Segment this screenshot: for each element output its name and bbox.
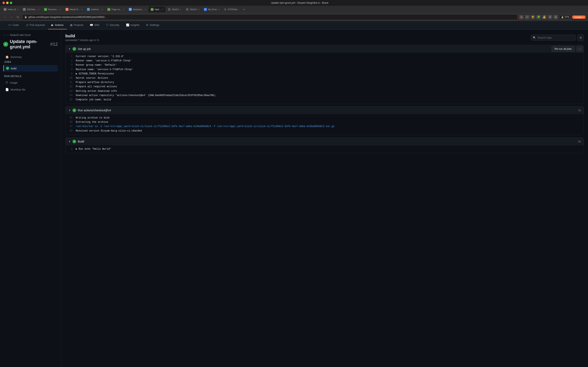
vpn-badge[interactable]: 🔒 VPN bbox=[559, 15, 571, 19]
tab-close-akash[interactable]: × bbox=[81, 8, 82, 11]
tab-slickci2[interactable]: S SlickCI × bbox=[184, 7, 201, 12]
sidebar: ← ← NodeJS with Grunt ✓ Update npm-grunt… bbox=[0, 30, 61, 367]
line-number: 20 bbox=[66, 76, 76, 80]
window-title: Update npm-grunt.yml - Divyam-Garg/slick… bbox=[14, 1, 586, 4]
tab-favicon-inbox: ✉ bbox=[4, 8, 7, 11]
tab-insights-label: Insights bbox=[130, 24, 140, 26]
tab-code[interactable]: <> Code bbox=[5, 21, 22, 29]
download-icon[interactable]: ⬇ bbox=[548, 15, 552, 19]
log-line: 5 ▶ GITHUB_TOKEN Permissions bbox=[66, 72, 584, 76]
brave-icon[interactable]: 🦁 bbox=[531, 15, 535, 19]
tab-update[interactable]: 🐙 Upd... × bbox=[149, 7, 165, 12]
tab-close-slickci2[interactable]: × bbox=[198, 8, 199, 11]
tab-close-runners[interactable]: × bbox=[60, 8, 61, 11]
fullscreen-traffic-light[interactable] bbox=[10, 2, 12, 4]
sidebar-build-job[interactable]: ✓ build bbox=[3, 65, 58, 72]
tab-favicon-pageno: 🐙 bbox=[107, 8, 110, 11]
log-section-header-setup[interactable]: ▼ ✓ Set up job 1s bbox=[66, 45, 584, 53]
forward-button[interactable]: › bbox=[9, 15, 14, 20]
pr-icon: ⎇ bbox=[25, 24, 28, 26]
log-line: 4 Machine name: 'service-1-f7d8fc9-72vnp… bbox=[66, 67, 584, 72]
log-line: 1 ▶ Run echo "Hello World" bbox=[66, 147, 584, 151]
usage-label: Usage bbox=[10, 81, 17, 84]
tab-actions[interactable]: ▶ Actions bbox=[48, 21, 67, 29]
tab-ethglob1[interactable]: E EthGlob... × bbox=[21, 7, 42, 12]
tab-favicon-ethglob2: E bbox=[224, 8, 227, 11]
tab-close-inbox[interactable]: × bbox=[17, 8, 18, 11]
tab-pull-requests[interactable]: ⎇ Pull requests bbox=[22, 21, 48, 29]
tab-favicon-slickci2: S bbox=[186, 8, 189, 11]
step-name-checkout: Run actions/checkout@v4 bbox=[78, 109, 111, 112]
log-lines-build: 1 ▶ Run echo "Hello World" bbox=[66, 145, 584, 153]
tab-runners[interactable]: 🐙 Runners... × bbox=[42, 7, 63, 12]
extensions-icon[interactable]: 🧩 bbox=[536, 15, 541, 19]
menu-icon[interactable]: ☰ bbox=[553, 15, 558, 19]
shield-icon[interactable]: 🛡 bbox=[525, 15, 529, 19]
line-number: 1 bbox=[66, 147, 76, 151]
tab-inbox[interactable]: ✉ Inbox (3 × bbox=[2, 7, 20, 12]
tab-close-slickci1[interactable]: × bbox=[180, 8, 181, 11]
repo-nav-tabs: <> Code ⎇ Pull requests ▶ Actions ▦ Proj… bbox=[5, 21, 583, 29]
tab-settings-label: Settings bbox=[150, 24, 159, 26]
tab-insights[interactable]: 📈 Insights bbox=[123, 21, 143, 29]
tab-slickci1[interactable]: S SlickCI × bbox=[166, 7, 183, 12]
tab-code-label: Code bbox=[12, 24, 19, 26]
tab-deploym[interactable]: D Deploym... × bbox=[127, 7, 148, 12]
sidebar-item-usage[interactable]: ⏱ Usage bbox=[3, 79, 58, 86]
build-header-info: build succeeded 7 minutes ago in 7s bbox=[65, 34, 99, 42]
log-section-header-checkout[interactable]: ▼ ✓ Run actions/checkout@v4 1s bbox=[66, 106, 584, 114]
url-bar[interactable]: 🔒 github.com/Divyam-Garg/slick-ci/action… bbox=[22, 14, 518, 20]
line-content: Extracting the archive bbox=[76, 120, 584, 124]
tab-wiki[interactable]: 📖 Wiki bbox=[86, 21, 103, 29]
bookmark-icon[interactable]: 🔖 bbox=[519, 15, 524, 19]
main-content: ← ← NodeJS with Grunt ✓ Update npm-grunt… bbox=[0, 30, 588, 367]
line-number: 1 bbox=[66, 55, 76, 58]
log-line: 28 Resolved version Divyam-Garg-slick-ci… bbox=[66, 129, 584, 133]
tab-wiki-label: Wiki bbox=[94, 24, 99, 26]
tab-mydrive[interactable]: D My Drive × bbox=[202, 7, 222, 12]
line-content: Runner name: 'service-1-f7d8fc9-72vnp' bbox=[76, 59, 584, 63]
line-number: 3 bbox=[66, 63, 76, 67]
tab-close-mydrive[interactable]: × bbox=[218, 8, 219, 11]
log-line: 25 Writing archive to disk bbox=[66, 116, 584, 120]
refresh-button[interactable]: ↻ bbox=[16, 15, 20, 20]
search-logs-input[interactable] bbox=[531, 35, 576, 41]
back-label: ← NodeJS with Grunt bbox=[7, 34, 31, 36]
tab-ethglob2[interactable]: E ETHGlob... bbox=[222, 7, 241, 12]
tab-akash[interactable]: A Akash N... × bbox=[63, 7, 85, 12]
minimize-traffic-light[interactable] bbox=[6, 2, 9, 4]
url-text: github.com/Divyam-Garg/slick-ci/actions/… bbox=[28, 16, 107, 18]
tab-close-retrieve[interactable]: × bbox=[102, 8, 103, 11]
tab-close-ethglob1[interactable]: × bbox=[38, 8, 39, 11]
workflow-run-number: #12 bbox=[50, 42, 58, 47]
back-button[interactable]: ‹ bbox=[2, 15, 7, 20]
tab-favicon-slickci1: S bbox=[168, 8, 171, 11]
log-settings-button[interactable]: ⚙ bbox=[577, 34, 584, 41]
log-line: 3 Runner group name: 'Default' bbox=[66, 63, 584, 67]
address-bar: ‹ › ↻ 🔒 github.com/Divyam-Garg/slick-ci/… bbox=[0, 13, 588, 21]
line-content: Runner group name: 'Default' bbox=[76, 63, 584, 67]
tab-settings[interactable]: ⚙ Settings bbox=[143, 21, 163, 29]
workflow-file-label: Workflow file bbox=[10, 88, 25, 91]
tab-label-runners: Runners... bbox=[48, 8, 59, 11]
tab-close-update[interactable]: × bbox=[162, 8, 163, 11]
log-section-header-build[interactable]: ▼ ✓ Build 0s bbox=[66, 138, 584, 145]
new-tab-button[interactable]: + bbox=[242, 7, 246, 12]
tab-security[interactable]: 🛡 Security bbox=[103, 21, 123, 29]
close-traffic-light[interactable] bbox=[2, 2, 5, 4]
log-line: 25 Complete job name: build bbox=[66, 98, 584, 102]
sidebar-item-workflow-file[interactable]: 📄 Workflow file bbox=[3, 86, 58, 93]
back-link[interactable]: ← ← NodeJS with Grunt bbox=[3, 34, 58, 36]
update-badge[interactable]: Update ≡ bbox=[572, 16, 586, 19]
tab-label-slickci2: SlickCI bbox=[190, 8, 197, 11]
tab-close-deploym[interactable]: × bbox=[145, 8, 146, 11]
tab-pageno[interactable]: 🐙 Page no... × bbox=[105, 7, 126, 12]
tab-projects[interactable]: ▦ Projects bbox=[67, 21, 86, 29]
sidebar-item-summary[interactable]: 🏠 Summary bbox=[3, 54, 58, 60]
tab-retrieve[interactable]: G retrieve... × bbox=[85, 7, 105, 12]
log-line: 1 Current runner version: '2.316.0' bbox=[66, 54, 584, 59]
tab-label-akash: Akash N... bbox=[70, 8, 80, 11]
wallet-icon[interactable]: 💰 bbox=[542, 15, 546, 19]
tab-label-ethglob2: ETHGlob... bbox=[228, 8, 239, 11]
tab-close-pageno[interactable]: × bbox=[123, 8, 124, 11]
